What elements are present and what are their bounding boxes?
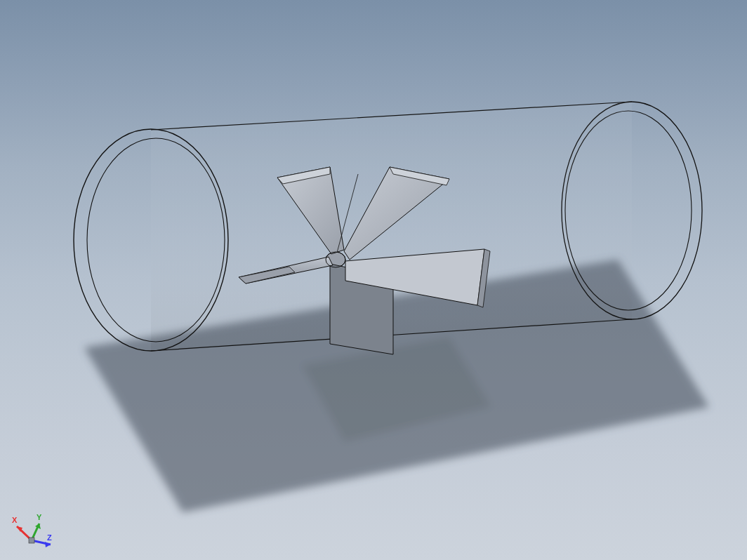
svg-point-12 [326,252,345,267]
svg-line-5 [151,319,632,351]
svg-point-2 [562,102,702,319]
impeller-blade [239,257,333,284]
impeller-blade [345,249,484,305]
axis-y-icon: Y [32,513,42,540]
model-scene [0,0,747,560]
impeller-blade [277,167,344,254]
svg-point-3 [565,111,692,310]
cad-3d-viewport[interactable]: X Y Z [0,0,747,560]
floor-shadow [84,260,709,512]
svg-line-4 [151,102,632,130]
svg-marker-7 [239,267,295,284]
impeller-blade [330,264,393,354]
tube-body-outline [151,102,632,351]
tube-rear-end [562,102,702,319]
axis-x-icon: X [12,516,32,540]
svg-marker-10 [477,249,490,307]
svg-line-11 [337,174,358,253]
axis-y-label: Y [37,513,42,521]
svg-marker-9 [390,167,449,185]
axis-z-label: Z [47,533,52,542]
triad-origin-icon [29,538,34,543]
svg-marker-20 [45,542,51,547]
impeller-blade [344,167,449,260]
impeller [239,167,490,354]
svg-marker-1 [302,337,491,442]
svg-point-14 [87,138,225,342]
axis-x-label: X [12,516,18,524]
svg-point-6 [326,252,345,267]
view-orientation-triad[interactable]: X Y Z [7,511,56,553]
svg-marker-8 [277,167,330,184]
svg-marker-0 [84,260,709,512]
tube-front-end [74,129,228,351]
svg-point-13 [74,129,228,351]
